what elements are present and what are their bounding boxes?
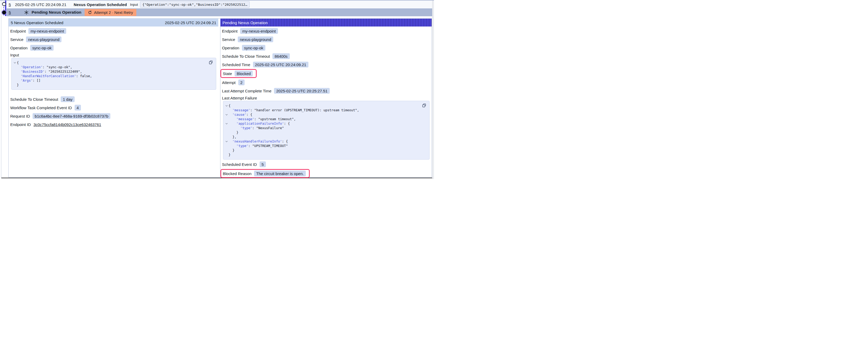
input-json-viewer: { "Operation": "sync-op-ok", "BusinessID… [11,58,216,90]
state-annotation-highlight: State Blocked [220,69,257,78]
event-name: Nexus Operation Scheduled [73,2,127,7]
json-line: { [12,60,214,65]
left-panel-timestamp: 2025-02-25 UTC 20:24:09.21 [165,21,216,25]
json-line: "message": "upstream timeout", [224,117,427,121]
field-value-chip: 86400s [273,53,289,59]
json-line: "message": "handler error (UPSTREAM_TIME… [224,108,427,112]
event-detail-container: 5 Nexus Operation Scheduled 2025-02-25 U… [8,19,432,177]
json-line: } [224,153,427,157]
field-value-chip: my-nexus-endpoint [240,28,278,34]
field-row-service: Service nexus-playground [10,35,216,43]
field-row-schedule-to-close-timeout: Schedule To Close Timeout 86400s [222,52,430,60]
json-line: "type": "NexusFailure" [224,126,427,130]
field-row-operation: Operation sync-op-ok [222,43,430,52]
json-line: "BusinessID": "20250225122409", [12,69,214,74]
field-value-chip: nexus-playground [26,36,61,42]
left-panel-header: 5 Nexus Operation Scheduled 2025-02-25 U… [9,19,218,27]
state-value-chip: Blocked [235,71,253,76]
field-value-chip: nexus-playground [238,36,273,42]
field-label: Blocked Reason [223,171,251,176]
field-row-endpoint-id: Endpoint ID 3c0c75ccfa8144b092c13ce63246… [10,120,216,129]
field-row-scheduled-event-id: Scheduled Event ID 5 [222,160,430,168]
input-section-label: Input [10,52,216,58]
field-value-chip: b1c6a4bc-8ee7-468a-9169-df3b02c8737b [33,113,110,119]
field-row-workflow-task-completed-event-id: Workflow Task Completed Event ID 4 [10,103,216,112]
collapse-chevron-icon[interactable] [225,141,228,142]
field-label: Last Attempt Complete Time [222,89,271,93]
field-label: Endpoint ID [10,122,31,127]
field-label: Request ID [10,114,30,118]
field-value-chip: 2025-02-25 UTC 20:25:27.51 [274,88,330,94]
event-timestamp: 2025-02-25 UTC 20:24:09.21 [15,2,66,7]
field-row-last-attempt-complete-time: Last Attempt Complete Time 2025-02-25 UT… [222,87,430,95]
field-row-attempt: Attempt 2 [222,78,430,87]
field-label: Endpoint [10,29,26,33]
field-row-schedule-to-close-timeout: Schedule To Close Timeout 1 day [10,95,216,103]
collapse-chevron-icon[interactable] [14,62,16,64]
left-panel-title: 5 Nexus Operation Scheduled [11,21,63,25]
field-label: Attempt [222,80,236,85]
field-value-chip: 4 [74,105,81,110]
field-value-chip: 2025-02-25 UTC 20:24:09.21 [253,62,308,67]
field-label: Service [222,37,235,42]
json-line: { [224,103,427,108]
field-row-operation: Operation sync-op-ok [10,43,216,52]
field-label: Scheduled Event ID [222,162,257,167]
event-history-expanded-view: 5 2025-02-25 UTC 20:24:09.21 Nexus Opera… [0,0,434,179]
json-line: } [224,130,427,135]
event-detail-right-panel: Pending Nexus Operation Endpoint my-nexu… [220,19,432,177]
timeline-open-dot-icon [2,2,6,6]
field-value-chip: sync-op-ok [30,45,54,51]
pending-panel-header: Pending Nexus Operation [220,19,432,27]
asterisk-pending-icon [24,10,29,15]
field-label: Operation [222,46,239,50]
field-label: Endpoint [222,29,238,33]
field-label: Service [10,37,23,42]
pending-nexus-operation-row[interactable]: 5 Pending Nexus Operation Attempt 2 · Ne… [6,8,432,16]
field-row-endpoint: Endpoint my-nexus-endpoint [222,27,430,35]
event-id-link[interactable]: 5 [9,2,11,7]
input-label: Input [130,3,138,6]
field-value-chip: 2 [238,79,245,85]
attempt-retry-badge: Attempt 2 · Next Retry [85,9,136,16]
field-label: Workflow Task Completed Event ID [10,105,72,110]
event-row-nexus-operation-scheduled[interactable]: 5 2025-02-25 UTC 20:24:09.21 Nexus Opera… [6,1,432,8]
json-line: "applicationFailureInfo": { [224,121,427,126]
field-row-blocked-reason: Blocked Reason The circuit breaker is op… [222,168,430,178]
collapse-chevron-icon[interactable] [225,114,228,116]
collapse-chevron-icon[interactable] [225,105,228,106]
blocked-reason-annotation-highlight: Blocked Reason The circuit breaker is op… [220,169,310,178]
copy-icon[interactable] [208,60,213,65]
bottom-crop-border [1,178,432,178]
blocked-reason-value-chip: The circuit breaker is open. [254,171,306,176]
copy-icon[interactable] [422,103,426,108]
field-label: Operation [10,46,28,50]
vertical-scrollbar[interactable] [432,1,434,179]
field-row-scheduled-time: Scheduled Time 2025-02-25 UTC 20:24:09.2… [222,60,430,69]
pending-event-id-link[interactable]: 5 [9,10,11,15]
attempt-retry-label: Attempt 2 · Next Retry [94,10,133,15]
field-row-service: Service nexus-playground [222,35,430,43]
field-row-endpoint: Endpoint my-nexus-endpoint [10,27,216,35]
json-line: } [12,83,214,87]
field-row-request-id: Request ID b1c6a4bc-8ee7-468a-9169-df3b0… [10,112,216,120]
field-row-state: State Blocked [222,69,430,78]
collapse-chevron-icon[interactable] [225,123,228,124]
timeline-filled-dot-icon [2,10,6,14]
field-value-chip: my-nexus-endpoint [28,28,66,34]
endpoint-id-link[interactable]: 3c0c75ccfa8144b092c13ce632463761 [33,122,101,127]
json-line: "type": "UPSTREAM_TIMEOUT" [224,143,427,148]
table-left-border [1,1,1,178]
field-value-chip: 5 [259,161,266,167]
input-preview-chip: {"Operation":"sync-op-ok","BusinessID":"… [140,1,250,8]
json-line: "Args": [] [12,78,214,83]
json-line: "nexusHandlerFailureInfo": { [224,139,427,143]
failure-json-viewer: { "message": "handler error (UPSTREAM_TI… [223,101,430,160]
json-line: } [224,148,427,153]
last-attempt-failure-label: Last Attempt Failure [222,95,430,101]
field-value-chip: sync-op-ok [242,45,265,51]
json-line: }, [224,135,427,139]
field-label: Schedule To Close Timeout [10,97,58,102]
field-label: Scheduled Time [222,62,250,67]
retry-icon [88,10,92,14]
